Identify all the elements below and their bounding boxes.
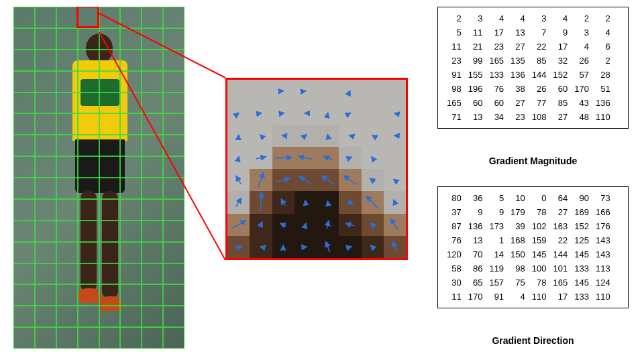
matrix-cell: 120 — [443, 247, 465, 261]
matrix-cell: 113 — [592, 261, 614, 276]
matrix-cell: 71 — [443, 110, 465, 124]
gradient-magnitude-matrix: 2344342251117137934112123272217462399165… — [437, 7, 629, 129]
matrix-cell: 17 — [486, 25, 507, 40]
matrix-cell: 133 — [571, 290, 592, 304]
matrix-cell: 10 — [507, 191, 529, 205]
matrix-cell: 179 — [507, 205, 529, 219]
matrix-cell: 9 — [486, 205, 507, 219]
matrix-cell: 98 — [507, 261, 529, 276]
diagram-stage: 2344342251117137934112123272217462399165… — [0, 0, 644, 362]
matrix-cell: 0 — [529, 191, 550, 205]
matrix-cell: 101 — [550, 261, 572, 276]
matrix-cell: 17 — [550, 290, 572, 304]
matrix-cell: 2 — [592, 11, 614, 25]
matrix-cell: 5 — [486, 191, 507, 205]
matrix-cell: 27 — [507, 96, 529, 110]
matrix-cell: 110 — [529, 290, 550, 304]
matrix-cell: 119 — [486, 261, 507, 276]
matrix-cell: 133 — [571, 261, 592, 276]
matrix-cell: 11 — [465, 25, 486, 40]
matrix-cell: 13 — [507, 25, 529, 40]
matrix-cell: 23 — [507, 110, 529, 124]
matrix-cell: 110 — [592, 290, 614, 304]
matrix-cell: 60 — [550, 82, 572, 96]
matrix-cell: 124 — [592, 276, 614, 290]
matrix-cell: 78 — [529, 205, 550, 219]
matrix-cell: 2 — [592, 54, 614, 68]
matrix-cell: 22 — [529, 40, 550, 54]
matrix-cell: 76 — [443, 233, 465, 247]
matrix-cell: 152 — [571, 219, 592, 233]
matrix-cell: 7 — [529, 25, 550, 40]
matrix-cell: 23 — [443, 54, 465, 68]
matrix-cell: 108 — [529, 110, 550, 124]
matrix-cell: 176 — [592, 219, 614, 233]
matrix-cell: 168 — [507, 233, 529, 247]
matrix-cell: 28 — [592, 68, 614, 82]
matrix-cell: 85 — [550, 96, 572, 110]
matrix-cell: 133 — [486, 68, 507, 82]
matrix-cell: 155 — [465, 68, 486, 82]
matrix-cell: 3 — [465, 11, 486, 25]
matrix-cell: 34 — [486, 110, 507, 124]
matrix-cell: 4 — [550, 11, 572, 25]
matrix-cell: 165 — [443, 96, 465, 110]
matrix-cell: 2 — [571, 11, 592, 25]
matrix-cell: 80 — [443, 191, 465, 205]
matrix-cell: 27 — [550, 205, 572, 219]
matrix-cell: 48 — [571, 110, 592, 124]
matrix-cell: 163 — [550, 219, 572, 233]
matrix-cell: 170 — [571, 82, 592, 96]
matrix-cell: 23 — [486, 40, 507, 54]
matrix-cell: 136 — [507, 68, 529, 82]
matrix-cell: 136 — [465, 219, 486, 233]
matrix-cell: 145 — [529, 247, 550, 261]
matrix-cell: 144 — [550, 247, 572, 261]
matrix-cell: 91 — [486, 290, 507, 304]
matrix-cell: 102 — [529, 219, 550, 233]
matrix-cell: 145 — [571, 247, 592, 261]
matrix-cell: 170 — [465, 290, 486, 304]
matrix-cell: 4 — [507, 290, 529, 304]
matrix-cell: 143 — [592, 247, 614, 261]
matrix-cell: 4 — [571, 40, 592, 54]
matrix-cell: 4 — [592, 25, 614, 40]
gradient-direction-label: Gradient Direction — [437, 335, 629, 346]
matrix-cell: 145 — [571, 276, 592, 290]
matrix-cell: 159 — [529, 233, 550, 247]
matrix-cell: 17 — [550, 40, 572, 54]
matrix-cell: 37 — [443, 205, 465, 219]
matrix-cell: 43 — [571, 96, 592, 110]
matrix-cell: 30 — [443, 276, 465, 290]
matrix-cell: 78 — [529, 276, 550, 290]
svg-line-0 — [99, 13, 225, 78]
matrix-cell: 152 — [550, 68, 572, 82]
matrix-cell: 86 — [465, 261, 486, 276]
matrix-cell: 144 — [529, 68, 550, 82]
matrix-cell: 39 — [507, 219, 529, 233]
matrix-cell: 75 — [507, 276, 529, 290]
matrix-cell: 64 — [550, 191, 572, 205]
matrix-cell: 60 — [465, 96, 486, 110]
matrix-cell: 91 — [443, 68, 465, 82]
matrix-cell: 57 — [571, 68, 592, 82]
matrix-cell: 4 — [486, 11, 507, 25]
matrix-cell: 136 — [592, 96, 614, 110]
matrix-cell: 73 — [592, 191, 614, 205]
matrix-cell: 125 — [571, 233, 592, 247]
matrix-cell: 110 — [592, 110, 614, 124]
matrix-cell: 38 — [507, 82, 529, 96]
matrix-cell: 70 — [465, 247, 486, 261]
matrix-cell: 99 — [465, 54, 486, 68]
matrix-cell: 87 — [443, 219, 465, 233]
matrix-cell: 51 — [592, 82, 614, 96]
matrix-cell: 32 — [550, 54, 572, 68]
matrix-cell: 4 — [507, 11, 529, 25]
matrix-cell: 166 — [592, 205, 614, 219]
matrix-cell: 77 — [529, 96, 550, 110]
matrix-cell: 13 — [465, 233, 486, 247]
matrix-cell: 22 — [550, 233, 572, 247]
gradient-direction-matrix: 8036510064907337991797827169166871361733… — [437, 186, 629, 308]
matrix-cell: 143 — [592, 233, 614, 247]
matrix-cell: 76 — [486, 82, 507, 96]
